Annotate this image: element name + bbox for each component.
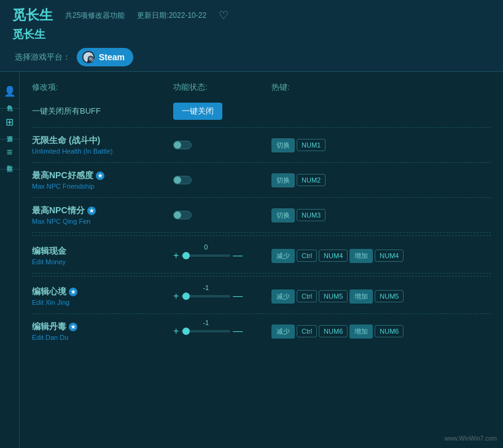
mod-row-xinjing: 编辑心境 ★ Edit Xin Jing + -1 — 减少 Ctrl NUM5 (32, 279, 491, 314)
toggle-switch-health[interactable] (173, 141, 192, 149)
mod-name-en-money: Edit Money (32, 258, 173, 265)
star-badge-dandu: ★ (69, 323, 77, 331)
resource-icon: ⊞ (6, 116, 14, 128)
header-top: 觅长生 共25项修改器功能 更新日期:2022-10-22 ♡ (12, 6, 491, 25)
slider-track-money: 0 (181, 254, 230, 257)
mod-name-en-npc-friendship: Max NPC Friendship (32, 183, 173, 190)
mod-row-npc-friendship: 最高NPC好感度 ★ Max NPC Friendship 切换 NUM2 (32, 163, 491, 198)
slider-plus-money[interactable]: + (173, 250, 179, 261)
slider-dandu: + -1 — (173, 326, 271, 337)
star-badge-xinjing: ★ (69, 288, 77, 296)
hotkey-ctrl-xinjing[interactable]: Ctrl (297, 290, 317, 302)
slider-plus-dandu[interactable]: + (173, 326, 179, 337)
btn-add-dandu[interactable]: 增加 (349, 324, 373, 339)
mod-name-zh-npc-qingfen: 最高NPC情分 ★ (32, 205, 173, 216)
mod-row-dandu: 编辑丹毒 ★ Edit Dan Du + -1 — 减少 Ctrl NUM6 (32, 314, 491, 348)
platform-row: 选择游戏平台： Steam (12, 48, 491, 66)
hotkey-num-npc-qingfen[interactable]: NUM3 (297, 209, 326, 221)
header-meta-count: 共25项修改器功能 (65, 10, 125, 21)
hotkey-toggle-health[interactable]: 切换 (271, 138, 295, 152)
btn-reduce-dandu[interactable]: 减少 (271, 324, 295, 339)
slider-plus-xinjing[interactable]: + (173, 291, 179, 302)
hotkey-num-add-xinjing[interactable]: NUM5 (375, 290, 404, 302)
mod-name-en-health: Unlimited Health (In Battle) (32, 147, 173, 155)
toggle-health (173, 141, 271, 149)
hotkey-ctrl-money[interactable]: Ctrl (297, 250, 317, 262)
btn-reduce-xinjing[interactable]: 减少 (271, 289, 295, 304)
slider-thumb-money[interactable] (182, 252, 190, 259)
mod-name-health: 无限生命 (战斗中) Unlimited Health (In Battle) (32, 135, 173, 155)
mod-row-health: 无限生命 (战斗中) Unlimited Health (In Battle) … (32, 128, 491, 163)
sidebar: 👤 角色 ⊞ 资源 ≡ 数据 (0, 72, 20, 448)
hotkey-money: 减少 Ctrl NUM4 增加 NUM4 (271, 249, 491, 263)
mod-name-en-dandu: Edit Dan Du (32, 334, 173, 341)
character-icon: 👤 (4, 85, 16, 97)
hotkey-toggle-npc-friendship[interactable]: 切换 (271, 173, 295, 187)
slider-minus-dandu[interactable]: — (233, 326, 243, 337)
sidebar-item-character[interactable]: 👤 角色 (0, 78, 19, 109)
slider-minus-xinjing[interactable]: — (233, 291, 243, 302)
btn-add-money[interactable]: 增加 (349, 249, 373, 263)
watermark: www.WinWin7.com (444, 435, 497, 442)
star-badge-npc-friendship: ★ (96, 171, 104, 180)
mod-row-npc-qingfen: 最高NPC情分 ★ Max NPC Qing Fen 切换 NUM3 (32, 198, 491, 233)
slider-money: + 0 — (173, 250, 271, 261)
hotkey-num-add-money[interactable]: NUM4 (375, 250, 404, 262)
slider-thumb-dandu[interactable] (182, 328, 190, 335)
slider-minus-money[interactable]: — (233, 250, 243, 261)
sidebar-item-resource[interactable]: ⊞ 资源 (0, 109, 19, 140)
btn-add-xinjing[interactable]: 增加 (349, 289, 373, 304)
toggle-npc-qingfen (173, 211, 271, 219)
mod-row-money: 编辑现金 Edit Money + 0 — 减少 Ctrl NUM4 增加 (32, 238, 491, 273)
mod-name-npc-friendship: 最高NPC好感度 ★ Max NPC Friendship (32, 170, 173, 190)
hotkey-ctrl-dandu[interactable]: Ctrl (297, 325, 317, 337)
mod-name-zh-health: 无限生命 (战斗中) (32, 135, 173, 146)
mod-name-en-xinjing: Edit Xin Jing (32, 299, 173, 306)
slider-thumb-xinjing[interactable] (182, 293, 190, 300)
btn-reduce-money[interactable]: 减少 (271, 249, 295, 263)
slider-value-money: 0 (204, 243, 208, 251)
col-header-hotkey: 热键: (271, 82, 491, 93)
hotkey-num-add-dandu[interactable]: NUM6 (375, 325, 404, 337)
mod-name-zh-dandu: 编辑丹毒 ★ (32, 321, 173, 332)
hotkey-npc-friendship: 切换 NUM2 (271, 173, 491, 187)
hotkey-npc-qingfen: 切换 NUM3 (271, 208, 491, 222)
platform-label: 选择游戏平台： (15, 52, 71, 63)
game-title-sub: 觅长生 (12, 27, 491, 42)
mod-name-money: 编辑现金 Edit Money (32, 246, 173, 265)
header: 觅长生 共25项修改器功能 更新日期:2022-10-22 ♡ 觅长生 选择游戏… (0, 0, 503, 72)
mod-header-row: 修改项: 功能状态: 热键: (32, 78, 491, 98)
hotkey-num-health[interactable]: NUM1 (297, 139, 326, 151)
slider-value-xinjing: -1 (203, 284, 209, 291)
toggle-switch-npc-qingfen[interactable] (173, 211, 192, 219)
steam-label: Steam (99, 52, 125, 62)
mod-name-npc-qingfen: 最高NPC情分 ★ Max NPC Qing Fen (32, 205, 173, 225)
star-badge-npc-qingfen: ★ (87, 206, 96, 215)
steam-badge[interactable]: Steam (77, 48, 133, 66)
slider-track-xinjing: -1 (181, 295, 230, 297)
content-area: 👤 角色 ⊞ 资源 ≡ 数据 修改项: 功能状态: 热键: 一键关闭所有BUFF… (0, 72, 503, 448)
hotkey-toggle-npc-qingfen[interactable]: 切换 (271, 208, 295, 222)
hotkey-num-reduce-dandu[interactable]: NUM6 (319, 325, 348, 337)
slider-track-dandu: -1 (181, 330, 230, 332)
one-key-row: 一键关闭所有BUFF 一键关闭 (32, 98, 491, 128)
section-divider-resource (32, 235, 491, 236)
one-key-name: 一键关闭所有BUFF (32, 106, 173, 117)
section-divider-data (32, 276, 491, 277)
hotkey-dandu: 减少 Ctrl NUM6 增加 NUM6 (271, 324, 491, 339)
hotkey-num-reduce-money[interactable]: NUM4 (319, 250, 348, 262)
data-icon: ≡ (7, 147, 12, 158)
main-content: 修改项: 功能状态: 热键: 一键关闭所有BUFF 一键关闭 无限生命 (战斗中… (20, 72, 503, 448)
hotkey-num-npc-friendship[interactable]: NUM2 (297, 174, 326, 186)
game-title-main: 觅长生 (12, 6, 53, 25)
mod-name-xinjing: 编辑心境 ★ Edit Xin Jing (32, 286, 173, 306)
heart-icon[interactable]: ♡ (219, 9, 228, 22)
one-key-status: 一键关闭 (173, 103, 271, 120)
col-header-name: 修改项: (32, 82, 173, 93)
sidebar-item-data[interactable]: ≡ 数据 (0, 140, 19, 170)
toggle-switch-npc-friendship[interactable] (173, 176, 192, 184)
sidebar-label-character: 角色 (6, 100, 14, 101)
hotkey-num-reduce-xinjing[interactable]: NUM5 (319, 290, 348, 302)
one-key-button[interactable]: 一键关闭 (173, 103, 222, 120)
mod-name-zh-money: 编辑现金 (32, 246, 173, 257)
